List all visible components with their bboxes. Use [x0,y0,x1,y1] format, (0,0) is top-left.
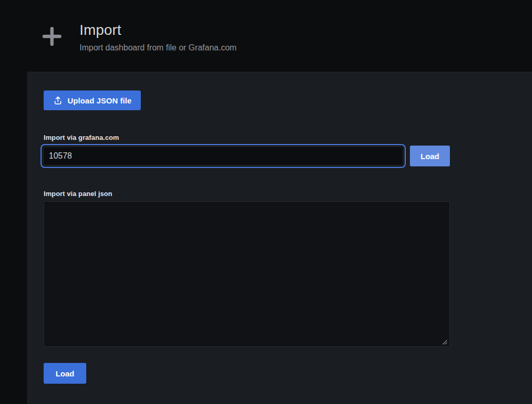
import-panel: Upload JSON file Import via grafana.com … [27,72,532,404]
upload-json-button-label: Upload JSON file [68,96,131,105]
header-text: Import Import dashboard from file or Gra… [79,22,236,53]
panel-json-label: Import via panel json [44,190,532,198]
gcom-dashboard-id-input[interactable] [43,147,403,165]
bottom-load-row: Load [44,363,532,384]
panel-json-load-button[interactable]: Load [44,363,86,384]
gcom-input-focus-ring [41,144,406,168]
panel-json-textarea-wrap [44,201,450,347]
page-subtitle: Import dashboard from file or Grafana.co… [79,43,236,53]
gcom-row: Load [44,144,450,168]
panel-json-textarea[interactable] [44,201,450,347]
gcom-label: Import via grafana.com [44,134,532,141]
upload-json-button[interactable]: Upload JSON file [44,90,141,110]
resize-handle-icon[interactable] [442,338,448,344]
plus-icon [39,24,64,49]
upload-icon [53,96,63,106]
page-header: Import Import dashboard from file or Gra… [0,0,532,72]
page-title: Import [79,22,236,38]
gcom-load-button[interactable]: Load [410,146,450,166]
